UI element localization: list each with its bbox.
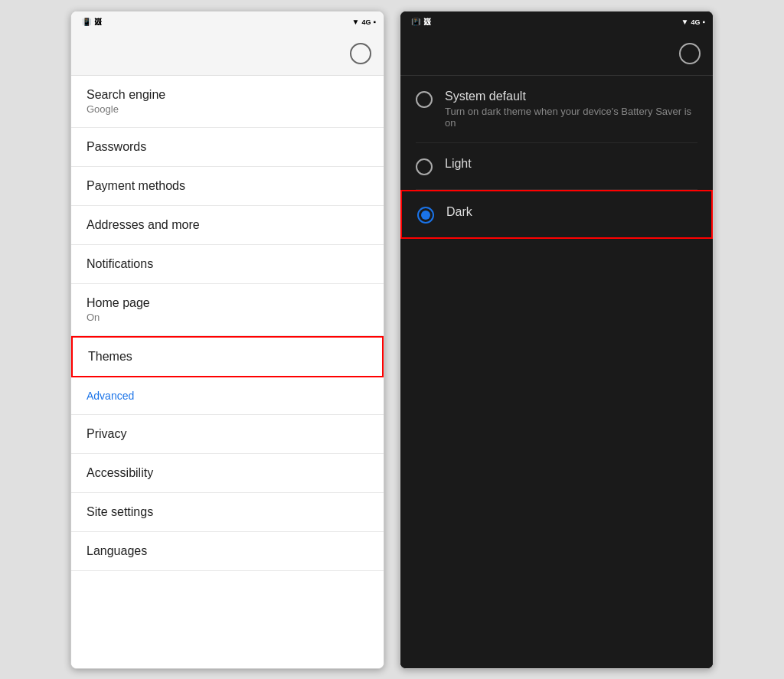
- settings-item-title-accessibility: Accessibility: [87, 466, 368, 480]
- settings-item-addresses-and-more[interactable]: Addresses and more: [71, 206, 384, 245]
- theme-text-light: Light: [445, 157, 472, 171]
- settings-item-title-addresses-and-more: Addresses and more: [87, 218, 368, 232]
- settings-item-title-privacy: Privacy: [87, 427, 368, 441]
- radio-system-default[interactable]: [416, 91, 433, 108]
- settings-item-subtitle-search-engine: Google: [87, 103, 368, 115]
- settings-item-title-search-engine: Search engine: [87, 88, 368, 102]
- wifi-icon: ▼: [352, 18, 360, 26]
- settings-item-title-advanced: Advanced: [87, 390, 368, 402]
- screenshot-icon-right: 🖼: [423, 18, 431, 26]
- theme-subtitle-system-default: Turn on dark theme when your device's Ba…: [445, 106, 697, 129]
- settings-item-title-payment-methods: Payment methods: [87, 179, 368, 193]
- settings-item-accessibility[interactable]: Accessibility: [71, 454, 384, 493]
- settings-item-title-site-settings: Site settings: [87, 505, 368, 519]
- radio-inner-dark: [421, 211, 430, 220]
- settings-item-title-languages: Languages: [87, 544, 368, 558]
- settings-screen: 📳 🖼 ▼ 4G ▪ Search engineGooglePasswordsP…: [70, 11, 384, 669]
- settings-item-title-notifications: Notifications: [87, 257, 368, 271]
- settings-item-passwords[interactable]: Passwords: [71, 128, 384, 167]
- settings-item-subtitle-home-page: On: [87, 312, 368, 323]
- settings-item-search-engine[interactable]: Search engineGoogle: [71, 76, 384, 128]
- signal-4g-icon: 4G: [361, 18, 371, 26]
- vibrate-icon: 📳: [82, 18, 91, 26]
- signal-4g-icon-right: 4G: [691, 18, 700, 26]
- radio-light[interactable]: [416, 158, 433, 175]
- theme-text-system-default: System defaultTurn on dark theme when yo…: [445, 90, 697, 129]
- status-left-right: 📳 🖼: [408, 18, 431, 26]
- settings-item-home-page[interactable]: Home pageOn: [71, 284, 384, 336]
- settings-list: Search engineGooglePasswordsPayment meth…: [71, 76, 384, 668]
- status-right: ▼ 4G ▪: [352, 18, 376, 26]
- theme-title-dark: Dark: [446, 205, 472, 219]
- screenshot-icon: 🖼: [94, 18, 102, 26]
- vibrate-icon-right: 📳: [411, 18, 420, 26]
- themes-list: System defaultTurn on dark theme when yo…: [400, 76, 713, 668]
- settings-item-advanced[interactable]: Advanced: [71, 377, 384, 415]
- theme-option-light[interactable]: Light: [400, 143, 713, 189]
- themes-screen: 📳 🖼 ▼ 4G ▪ System defaultTurn on dark th…: [400, 11, 714, 669]
- battery-icon-right: ▪: [702, 18, 705, 26]
- wifi-icon-right: ▼: [681, 18, 689, 26]
- settings-item-site-settings[interactable]: Site settings: [71, 493, 384, 532]
- battery-icon: ▪: [373, 18, 376, 26]
- status-bar-right: 📳 🖼 ▼ 4G ▪: [400, 11, 713, 33]
- status-left: 📳 🖼: [79, 18, 102, 26]
- status-right-right: ▼ 4G ▪: [681, 18, 705, 26]
- settings-item-payment-methods[interactable]: Payment methods: [71, 167, 384, 206]
- settings-item-title-themes: Themes: [88, 350, 367, 364]
- theme-title-light: Light: [445, 157, 472, 171]
- theme-option-system-default[interactable]: System defaultTurn on dark theme when yo…: [400, 76, 713, 142]
- settings-item-title-home-page: Home page: [87, 296, 368, 310]
- theme-title-system-default: System default: [445, 90, 697, 103]
- help-button-themes[interactable]: [679, 43, 701, 64]
- settings-top-bar: [71, 33, 384, 76]
- radio-dark[interactable]: [417, 207, 434, 224]
- settings-item-themes[interactable]: Themes: [71, 336, 384, 377]
- status-bar-left: 📳 🖼 ▼ 4G ▪: [71, 11, 384, 33]
- theme-text-dark: Dark: [446, 205, 472, 219]
- settings-item-languages[interactable]: Languages: [71, 532, 384, 571]
- settings-item-privacy[interactable]: Privacy: [71, 415, 384, 454]
- themes-top-bar: [400, 33, 713, 76]
- theme-option-dark[interactable]: Dark: [400, 190, 713, 239]
- settings-item-title-passwords: Passwords: [87, 140, 368, 154]
- settings-item-notifications[interactable]: Notifications: [71, 245, 384, 284]
- help-button-settings[interactable]: [350, 43, 371, 64]
